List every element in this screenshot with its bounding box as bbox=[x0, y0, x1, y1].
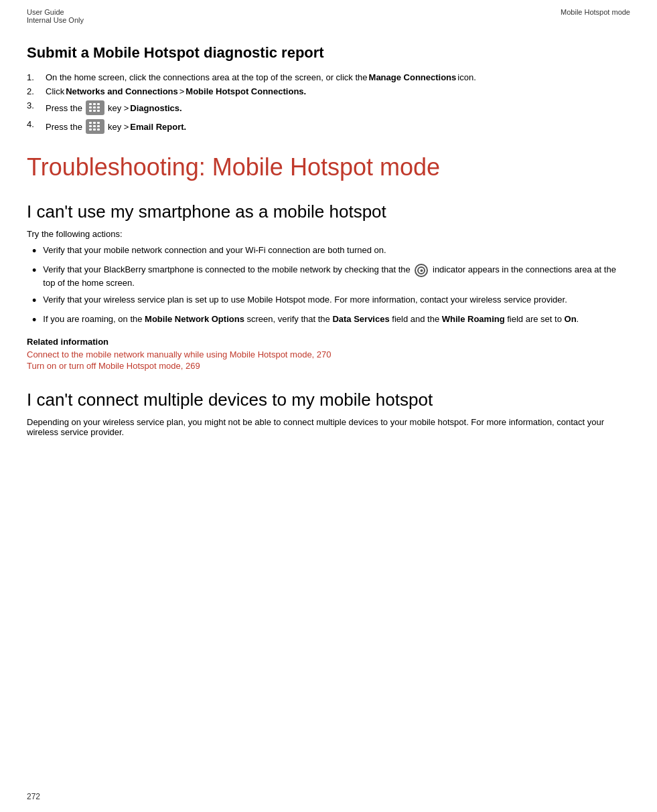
page-number: 272 bbox=[27, 792, 40, 801]
step-2-content: Click Networks and Connections > Mobile … bbox=[46, 86, 306, 96]
key-dot bbox=[93, 110, 96, 112]
step-3: Press the bbox=[27, 100, 630, 115]
header-left: User Guide Internal Use Only bbox=[27, 8, 84, 24]
bullet-item-2: Verify that your BlackBerry smartphone i… bbox=[32, 264, 630, 289]
submit-section-title: Submit a Mobile Hotspot diagnostic repor… bbox=[27, 44, 630, 62]
key-dot bbox=[97, 106, 100, 108]
step-2-bold1: Networks and Connections bbox=[66, 86, 178, 96]
key-dot bbox=[89, 122, 92, 124]
related-info-title: Related information bbox=[27, 337, 630, 347]
key-dot bbox=[89, 103, 92, 105]
key-dot bbox=[93, 122, 96, 124]
bullet-list-1: Verify that your mobile network connecti… bbox=[27, 244, 630, 329]
related-link-2[interactable]: Turn on or turn off Mobile Hotspot mode,… bbox=[27, 361, 630, 371]
troubleshooting-heading: Troubleshooting: Mobile Hotspot mode bbox=[27, 153, 630, 181]
network-indicator-icon: ● bbox=[415, 264, 428, 277]
step-4: Press the bbox=[27, 119, 630, 134]
header-section-label: Mobile Hotspot mode bbox=[561, 8, 630, 16]
key-dot bbox=[97, 122, 100, 124]
step-4-text-before: Press the bbox=[46, 122, 82, 132]
key-dot bbox=[97, 110, 100, 112]
step-2-separator: > bbox=[179, 86, 185, 96]
bullet-4-content: If you are roaming, on the Mobile Networ… bbox=[43, 313, 579, 325]
key-dot bbox=[93, 125, 96, 127]
page-header: User Guide Internal Use Only Mobile Hots… bbox=[27, 8, 630, 24]
key-dot bbox=[97, 103, 100, 105]
step-2-bold2: Mobile Hotspot Connections. bbox=[186, 86, 306, 96]
subsection2-title: I can't connect multiple devices to my m… bbox=[27, 390, 630, 410]
key-dot bbox=[97, 125, 100, 127]
step-2-text-before: Click bbox=[46, 86, 64, 96]
bullet-4-bold3: While Roaming bbox=[442, 314, 505, 324]
bullet-1-text: Verify that your mobile network connecti… bbox=[43, 244, 386, 256]
submit-section: Submit a Mobile Hotspot diagnostic repor… bbox=[27, 44, 630, 134]
page-container: User Guide Internal Use Only Mobile Hots… bbox=[0, 0, 657, 812]
bullet-item-1: Verify that your mobile network connecti… bbox=[32, 244, 630, 260]
key-dot bbox=[93, 106, 96, 108]
bullet-4-bold2: Data Services bbox=[332, 314, 389, 324]
step-3-text-before: Press the bbox=[46, 103, 82, 113]
step-3-bold: Diagnostics. bbox=[130, 103, 181, 113]
bullet-3-text: Verify that your wireless service plan i… bbox=[43, 294, 567, 306]
bullet-item-3: Verify that your wireless service plan i… bbox=[32, 294, 630, 309]
header-guide-label: User Guide bbox=[27, 8, 84, 16]
key-dot bbox=[89, 125, 92, 127]
related-info: Related information Connect to the mobil… bbox=[27, 337, 630, 371]
bullet-item-4: If you are roaming, on the Mobile Networ… bbox=[32, 313, 630, 329]
key-dot bbox=[89, 106, 92, 108]
key-icon-inner-4 bbox=[89, 122, 100, 131]
bullet-4-bold4: On bbox=[565, 314, 577, 324]
subsection2-body: Depending on your wireless service plan,… bbox=[27, 417, 630, 437]
subsection2: I can't connect multiple devices to my m… bbox=[27, 390, 630, 437]
subsection1-intro: Try the following actions: bbox=[27, 229, 630, 239]
subsection1-title: I can't use my smartphone as a mobile ho… bbox=[27, 201, 630, 222]
step-3-content: Press the bbox=[46, 100, 182, 115]
key-dot bbox=[97, 129, 100, 131]
step-4-content: Press the bbox=[46, 119, 186, 134]
related-link-1[interactable]: Connect to the mobile network manually w… bbox=[27, 349, 630, 359]
step-1-text-after: icon. bbox=[457, 72, 476, 82]
step-2: Click Networks and Connections > Mobile … bbox=[27, 86, 630, 96]
bullet-2-content: Verify that your BlackBerry smartphone i… bbox=[43, 264, 630, 289]
key-icon-4 bbox=[86, 119, 104, 134]
key-dot bbox=[93, 103, 96, 105]
header-internal-label: Internal Use Only bbox=[27, 16, 84, 24]
subsection1: I can't use my smartphone as a mobile ho… bbox=[27, 201, 630, 371]
header-right: Mobile Hotspot mode bbox=[561, 8, 630, 16]
step-4-bold: Email Report. bbox=[130, 122, 186, 132]
key-dot bbox=[93, 129, 96, 131]
key-dot bbox=[89, 110, 92, 112]
step-1-text-before: On the home screen, click the connection… bbox=[46, 72, 368, 82]
bullet-4-bold1: Mobile Network Options bbox=[145, 314, 244, 324]
key-dot bbox=[89, 129, 92, 131]
key-icon-3 bbox=[86, 100, 104, 115]
steps-list: On the home screen, click the connection… bbox=[27, 72, 630, 134]
step-1: On the home screen, click the connection… bbox=[27, 72, 630, 82]
step-1-bold: Manage Connections bbox=[369, 72, 457, 82]
step-1-content: On the home screen, click the connection… bbox=[46, 72, 476, 82]
step-4-key-label: key > bbox=[108, 122, 129, 132]
key-icon-inner-3 bbox=[89, 103, 100, 112]
step-3-key-label: key > bbox=[108, 103, 129, 113]
